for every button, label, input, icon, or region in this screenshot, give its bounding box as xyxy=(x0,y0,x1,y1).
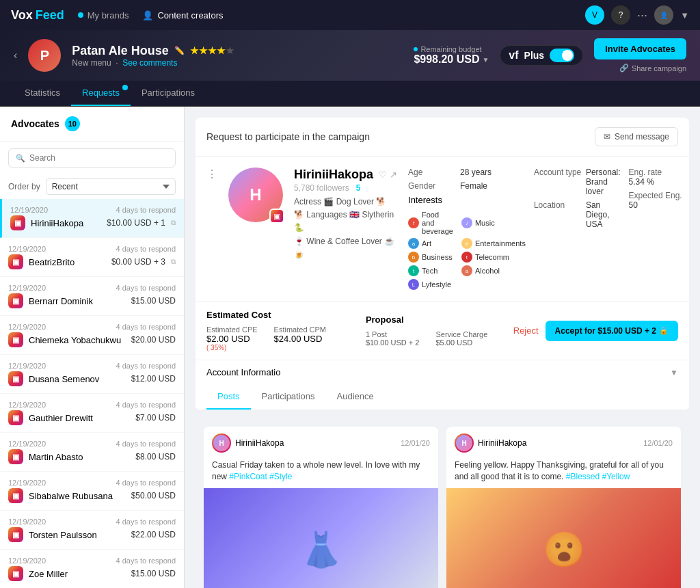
expected-eng-row: Expected Eng. 50 xyxy=(629,191,689,210)
plus-toggle[interactable] xyxy=(550,49,574,62)
advocate-amount: $0.00 USD + 3 xyxy=(111,257,165,267)
share-campaign-link[interactable]: 🔗 Share campaign xyxy=(619,64,686,72)
music-dot: ♪ xyxy=(461,217,472,228)
post-avatar-inner: H xyxy=(213,435,230,451)
post-avatar: H xyxy=(455,433,474,453)
reject-button[interactable]: Reject xyxy=(513,325,539,336)
copy-icon[interactable]: ⧉ xyxy=(171,258,176,266)
account-details-col: Account type Personal: Brand lover Locat… xyxy=(534,168,621,290)
account-info-section[interactable]: Account Informatio ▼ xyxy=(196,360,689,384)
dropdown-icon[interactable]: ▼ xyxy=(680,10,689,21)
tel-dot: t xyxy=(461,252,472,263)
tab-statistics[interactable]: Statistics xyxy=(14,81,71,106)
person-icon: 👤 xyxy=(142,10,153,21)
proposal-title: Proposal xyxy=(366,315,513,325)
lock-icon: 🔒 xyxy=(659,326,669,335)
advocate-item[interactable]: 12/19/2020 4 days to respond ▣ Sibabalwe… xyxy=(0,472,184,511)
advocate-item[interactable]: 12/19/2020 4 days to respond ▣ Torsten P… xyxy=(0,511,184,550)
more-options-icon[interactable]: ··· xyxy=(637,8,647,23)
basic-details-col: Age 28 years Gender Female Interests f xyxy=(408,168,526,290)
new-menu-text: New menu xyxy=(72,58,111,68)
plus-logo: vf xyxy=(509,49,518,62)
ent-label: Entertainments xyxy=(475,239,526,248)
advocate-date: 12/19/2020 xyxy=(10,206,48,214)
advocate-meta: 12/19/2020 4 days to respond xyxy=(10,206,176,214)
more-options-button[interactable]: ⋮ xyxy=(206,168,217,181)
advocate-respond: 4 days to respond xyxy=(116,206,176,214)
advocate-item[interactable]: 12/19/2020 4 days to respond ▣ Martin Ab… xyxy=(0,433,184,472)
external-link-icon[interactable]: ↗ xyxy=(390,170,397,180)
brand-header: ‹ P Patan Ale House ✏️ ★★★★★ New menu · … xyxy=(0,30,700,81)
tab-audience[interactable]: Audience xyxy=(326,384,385,410)
tab-participations[interactable]: Participations xyxy=(251,384,326,410)
engagement-col: Eng. rate 5.34 % Expected Eng. 50 xyxy=(629,168,689,290)
posts-grid: H HiriniiHakopa 12/01/20 Casual Friday t… xyxy=(196,418,689,588)
order-select[interactable]: Recent xyxy=(46,178,176,195)
content-creators-nav[interactable]: 👤 Content creators xyxy=(142,10,223,21)
sub-navigation: Statistics Requests Participations xyxy=(0,81,700,107)
advocate-item[interactable]: 12/19/2020 4 days to respond ▣ Zoe Mille… xyxy=(0,550,184,588)
help-icon[interactable]: ? xyxy=(611,5,630,25)
copy-icon[interactable]: ⧉ xyxy=(171,219,176,227)
tab-requests[interactable]: Requests xyxy=(71,81,131,106)
top-navigation: VoxFeed My brands 👤 Content creators V ?… xyxy=(0,0,700,30)
back-button[interactable]: ‹ xyxy=(14,49,17,62)
advocate-item[interactable]: 12/19/2020 4 days to respond ▣ Chiemeka … xyxy=(0,316,184,355)
invite-advocates-button[interactable]: Invite Advocates xyxy=(594,38,686,59)
logo: VoxFeed xyxy=(11,8,64,23)
main-layout: Advocates 10 🔍 Order by Recent 12/19/202… xyxy=(0,107,700,588)
cpe-label: Estimated CPE xyxy=(206,325,258,334)
star-rating: ★★★★★ xyxy=(190,45,234,56)
eng-rate-row: Eng. rate 5.34 % xyxy=(629,168,689,187)
search-input[interactable] xyxy=(29,153,168,163)
interest-alcohol: a Alcohol xyxy=(461,265,526,276)
profile-tags-text: Actress 🎬 Dog Lover 🐕 🐕 Languages 🇬🇧 Sly… xyxy=(294,197,394,232)
advocate-info: ▣ Gauthier Drewitt $7.00 USD xyxy=(8,410,176,425)
advocate-date: 12/19/2020 xyxy=(8,557,46,565)
advocate-respond: 4 days to respond xyxy=(116,284,176,292)
requests-label: Requests xyxy=(82,88,120,98)
cpm-item: Estimated CPM $24.00 USD xyxy=(274,325,326,351)
service-value: $5.00 USD xyxy=(435,338,487,347)
advocate-name: Gauthier Drewitt xyxy=(29,413,130,423)
advocate-item[interactable]: 12/19/2020 4 days to respond ▣ HiriniiHa… xyxy=(0,199,184,238)
followers-count: 5,780 followers 5 xyxy=(294,183,397,193)
post-figure: 👗 xyxy=(300,530,342,570)
budget-amount[interactable]: $998.20 USD ▼ xyxy=(414,53,489,66)
profile-name: HiriniiHakopa xyxy=(294,168,373,182)
cpm-label: Estimated CPM xyxy=(274,325,326,334)
action-buttons: Reject Accept for $15.00 USD + 2 🔒 xyxy=(513,321,678,341)
send-message-button[interactable]: ✉ Send message xyxy=(595,127,678,146)
profile-tags2-text: 🍷 Wine & Coffee Lover ☕ 🍺 xyxy=(294,237,394,259)
advocate-item[interactable]: 12/19/2020 4 days to respond ▣ Gauthier … xyxy=(0,394,184,433)
participations-label: Participations xyxy=(142,88,195,98)
advocate-info: ▣ HiriniiHakopa $10.00 USD + 1 ⧉ xyxy=(10,215,176,230)
ent-dot: e xyxy=(461,238,472,249)
food-dot: f xyxy=(408,217,419,228)
advocate-amount: $10.00 USD + 1 xyxy=(107,218,165,228)
notification-icon[interactable]: V xyxy=(585,5,604,25)
advocate-amount: $20.00 USD xyxy=(131,335,176,345)
tab-posts[interactable]: Posts xyxy=(206,384,251,410)
advocate-date: 12/19/2020 xyxy=(8,245,46,253)
heart-icon[interactable]: ♡ xyxy=(379,170,387,180)
music-label: Music xyxy=(475,219,495,227)
search-box[interactable]: 🔍 xyxy=(8,148,176,168)
instagram-icon: ▣ xyxy=(8,371,23,386)
advocate-info: ▣ Zoe Miller $15.00 USD xyxy=(8,566,176,581)
my-brands-nav[interactable]: My brands xyxy=(78,10,129,21)
accept-button[interactable]: Accept for $15.00 USD + 2 🔒 xyxy=(546,321,678,341)
advocate-item[interactable]: 12/19/2020 4 days to respond ▣ Bernarr D… xyxy=(0,277,184,316)
brand-info: Patan Ale House ✏️ ★★★★★ New menu · See … xyxy=(72,44,234,68)
instagram-icon: ▣ xyxy=(8,449,23,464)
advocate-amount: $12.00 USD xyxy=(131,374,176,384)
cost-proposal-section: Estimated Cost Estimated CPE $2.00 USD (… xyxy=(196,302,689,360)
edit-icon[interactable]: ✏️ xyxy=(174,46,185,55)
profile-avatar[interactable]: 👤 xyxy=(654,5,673,25)
advocate-info: ▣ Martin Abasto $8.00 USD xyxy=(8,449,176,464)
advocate-item[interactable]: 12/19/2020 4 days to respond ▣ Dusana Se… xyxy=(0,355,184,394)
advocate-item[interactable]: 12/19/2020 4 days to respond ▣ BeatrizBr… xyxy=(0,238,184,277)
see-comments-link[interactable]: See comments xyxy=(122,58,177,68)
message-icon: ✉ xyxy=(604,132,610,142)
tab-participations[interactable]: Participations xyxy=(131,81,206,106)
